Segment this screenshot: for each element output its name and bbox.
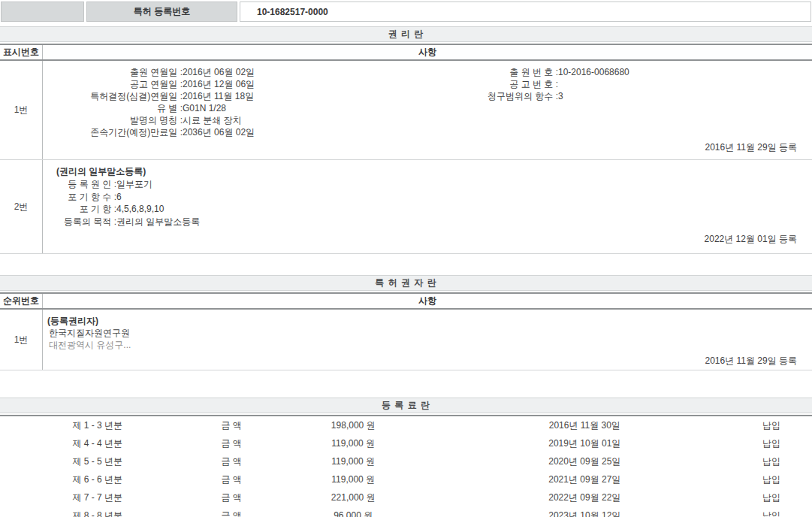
fee-amount: 221,000 원: [268, 491, 439, 504]
rights-section-title: 권 리 란: [0, 26, 812, 42]
rights-row-1-number: 1번: [0, 61, 43, 159]
fee-row: 제 7 - 7 년분 금 액 221,000 원 2022년 09월 22일 납…: [0, 488, 812, 506]
fee-amount-label: 금 액: [195, 455, 267, 468]
rights-table: 표시번호 사항 1번 출원 연월일2016년 06월 02일 공고 연월일201…: [0, 44, 812, 254]
fee-payment-status: 납입: [731, 437, 812, 450]
decision-date-line: 특허결정(심결)연월일2016년 11월 18일: [43, 90, 396, 102]
rights-table-header-row: 표시번호 사항: [0, 45, 812, 61]
rights-col-detail-header: 사항: [43, 45, 812, 59]
holder-section-title: 특 허 권 자 란: [0, 275, 812, 291]
publication-number-line: 공 고 번 호: [396, 78, 812, 90]
claims-count-label: 청구범위의 항수: [396, 90, 558, 102]
application-number-value: 10-2016-0068680: [558, 67, 629, 77]
application-number-line: 출 원 번 호10-2016-0068680: [396, 66, 812, 78]
holder-row-1-detail: (등록권리자) 한국지질자원연구원 대전광역시 유성구... 2016년 11월…: [43, 310, 812, 370]
holder-name: 한국지질자원연구원: [43, 327, 812, 339]
fee-amount: 119,000 원: [268, 473, 439, 486]
fee-payment-date: 2023년 10월 12일: [439, 509, 731, 517]
fee-term: 제 5 - 5 년분: [0, 455, 195, 468]
holder-row-1: 1번 (등록권리자) 한국지질자원연구원 대전광역시 유성구... 2016년 …: [0, 310, 812, 370]
partial-cancellation-heading: (권리의 일부말소등록): [43, 165, 812, 178]
registration-cause-line: 등 록 원 인일부포기: [43, 178, 812, 191]
waived-claims-value: 4,5,6,8,9,10: [116, 204, 164, 214]
holder-table: 순위번호 사항 1번 (등록권리자) 한국지질자원연구원 대전광역시 유성구..…: [0, 292, 812, 370]
fee-payment-status: 납입: [731, 509, 812, 517]
fee-amount-label: 금 액: [195, 473, 267, 486]
patent-register-page: 특허 등록번호 10-1682517-0000 권 리 란 표시번호 사항 1번…: [0, 0, 812, 517]
classification-label: 유 별: [43, 102, 183, 114]
filing-date-label: 출원 연월일: [43, 66, 183, 78]
fee-payment-status: 납입: [731, 491, 812, 504]
fee-term: 제 1 - 3 년분: [0, 419, 195, 432]
fee-table: 제 1 - 3 년분 금 액 198,000 원 2016년 11월 30일 납…: [0, 415, 812, 517]
fee-payment-date: 2019년 10월 01일: [439, 437, 731, 450]
fee-amount-label: 금 액: [195, 419, 267, 432]
registration-number-value: 10-1682517-0000: [240, 2, 811, 22]
rights-row-2: 2번 (권리의 일부말소등록) 등 록 원 인일부포기 포 기 항 수6 포 기…: [0, 160, 812, 254]
registration-cause-value: 일부포기: [116, 179, 152, 189]
fee-amount-label: 금 액: [195, 491, 267, 504]
fee-row: 제 8 - 8 년분 금 액 96,000 원 2023년 10월 12일 납입: [0, 506, 812, 517]
waived-claims-label: 포 기 항: [43, 203, 116, 216]
registration-cause-label: 등 록 원 인: [43, 178, 116, 191]
fee-amount: 198,000 원: [268, 419, 439, 432]
fee-amount-label: 금 액: [195, 437, 267, 450]
claims-count-value: 3: [558, 91, 563, 101]
publication-date-label: 공고 연월일: [43, 78, 183, 90]
fee-payment-date: 2020년 09월 25일: [439, 455, 731, 468]
publication-date-value: 2016년 12월 06일: [183, 79, 255, 89]
fee-row: 제 4 - 4 년분 금 액 119,000 원 2019년 10월 01일 납…: [0, 434, 812, 452]
fee-row: 제 6 - 6 년분 금 액 119,000 원 2021년 09월 27일 납…: [0, 470, 812, 488]
publication-date-line: 공고 연월일2016년 12월 06일: [43, 78, 396, 90]
holder-col-detail-header: 사항: [43, 294, 812, 308]
waived-claims-count-value: 6: [116, 192, 122, 202]
fee-amount-label: 금 액: [195, 509, 267, 517]
rights-col-no-header: 표시번호: [0, 45, 43, 59]
rights-row-1-columns: 출원 연월일2016년 06월 02일 공고 연월일2016년 12월 06일 …: [43, 66, 812, 138]
rights-row-2-registered-date: 2022년 12월 01일 등록: [43, 233, 812, 247]
registration-purpose-value: 권리의 일부말소등록: [116, 216, 200, 227]
fee-row: 제 1 - 3 년분 금 액 198,000 원 2016년 11월 30일 납…: [0, 416, 812, 434]
registered-holder-heading: (등록권리자): [43, 315, 812, 327]
registration-purpose-label: 등록의 목적: [43, 216, 116, 228]
rights-row-2-number: 2번: [0, 160, 43, 253]
publication-number-label: 공 고 번 호: [396, 78, 558, 90]
rights-row-1-left-column: 출원 연월일2016년 06월 02일 공고 연월일2016년 12월 06일 …: [43, 66, 396, 138]
fee-term: 제 8 - 8 년분: [0, 509, 195, 517]
rights-row-2-detail: (권리의 일부말소등록) 등 록 원 인일부포기 포 기 항 수6 포 기 항4…: [43, 160, 812, 253]
fee-payment-date: 2022년 09월 22일: [439, 491, 731, 504]
holder-address: 대전광역시 유성구...: [43, 339, 812, 352]
fee-section-title: 등 록 료 란: [0, 398, 812, 413]
invention-title-label: 발명의 명칭: [43, 114, 183, 126]
fee-amount: 119,000 원: [268, 455, 439, 468]
decision-date-value: 2016년 11월 18일: [183, 91, 254, 101]
classification-value: G01N 1/28: [183, 103, 226, 113]
rights-row-1-registered-date: 2016년 11월 29일 등록: [43, 141, 812, 153]
waived-claims-line: 포 기 항4,5,6,8,9,10: [43, 203, 812, 216]
invention-title-line: 발명의 명칭시료 분쇄 장치: [43, 114, 396, 126]
rights-row-1-detail: 출원 연월일2016년 06월 02일 공고 연월일2016년 12월 06일 …: [43, 61, 812, 159]
fee-amount: 119,000 원: [268, 437, 439, 450]
holder-table-header-row: 순위번호 사항: [0, 294, 812, 310]
filing-date-value: 2016년 06월 02일: [183, 67, 255, 77]
fee-row: 제 5 - 5 년분 금 액 119,000 원 2020년 09월 25일 납…: [0, 452, 812, 470]
fee-payment-date: 2016년 11월 30일: [439, 419, 731, 432]
fee-payment-status: 납입: [731, 473, 812, 486]
fee-amount: 96,000 원: [268, 509, 439, 517]
expiration-date-value: 2036년 06월 02일: [183, 127, 255, 138]
classification-line: 유 별G01N 1/28: [43, 102, 396, 114]
filing-date-line: 출원 연월일2016년 06월 02일: [43, 66, 396, 78]
registration-purpose-line: 등록의 목적권리의 일부말소등록: [43, 216, 812, 228]
claims-count-line: 청구범위의 항수3: [396, 90, 812, 102]
fee-term: 제 7 - 7 년분: [0, 491, 195, 504]
fee-term: 제 4 - 4 년분: [0, 437, 195, 450]
application-number-label: 출 원 번 호: [396, 66, 558, 78]
invention-title-value: 시료 분쇄 장치: [183, 115, 242, 125]
waived-claims-count-label: 포 기 항 수: [43, 191, 116, 204]
holder-row-1-number: 1번: [0, 310, 43, 370]
holder-col-no-header: 순위번호: [0, 294, 43, 308]
registration-number-label: 특허 등록번호: [86, 2, 237, 22]
fee-payment-date: 2021년 09월 27일: [439, 473, 731, 486]
rights-row-1: 1번 출원 연월일2016년 06월 02일 공고 연월일2016년 12월 0…: [0, 61, 812, 160]
top-empty-cell: [1, 2, 84, 22]
